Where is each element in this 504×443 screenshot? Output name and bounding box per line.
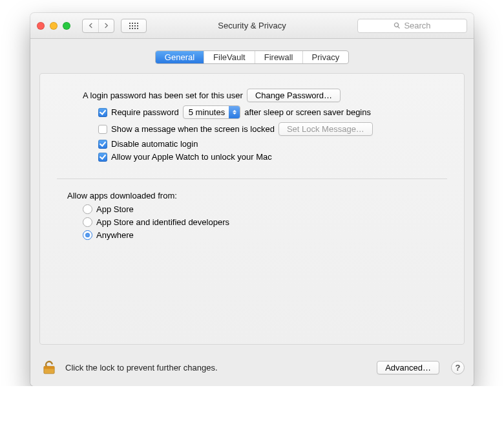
set-lock-message-button[interactable]: Set Lock Message…: [278, 122, 373, 136]
radio-app-store[interactable]: [83, 204, 92, 214]
radio-app-store-label: App Store: [96, 204, 134, 214]
nav-back-forward: [82, 19, 114, 33]
require-password-checkbox[interactable]: [98, 108, 107, 117]
download-option-anywhere-row: Anywhere: [83, 230, 447, 240]
download-option-identified-row: App Store and identified developers: [83, 217, 447, 227]
radio-identified-devs[interactable]: [83, 217, 92, 227]
download-option-appstore-row: App Store: [83, 204, 447, 214]
show-message-row: Show a message when the screen is locked…: [98, 122, 447, 136]
require-password-tail: after sleep or screen saver begins: [244, 107, 371, 117]
preferences-window: Security & Privacy Search General FileVa…: [30, 13, 474, 386]
svg-rect-1: [44, 366, 54, 369]
login-password-row: A login password has been set for this u…: [83, 89, 447, 102]
titlebar: Security & Privacy Search: [30, 13, 474, 39]
lock-open-icon: [41, 359, 58, 376]
radio-identified-devs-label: App Store and identified developers: [96, 217, 229, 227]
traffic-lights: [37, 22, 70, 30]
search-placeholder: Search: [404, 21, 430, 30]
show-message-checkbox[interactable]: [98, 125, 107, 134]
download-section-title: Allow apps downloaded from:: [67, 191, 447, 200]
back-button[interactable]: [83, 19, 98, 32]
tab-firewall[interactable]: Firewall: [255, 51, 302, 63]
section-divider: [57, 178, 447, 179]
tab-privacy[interactable]: Privacy: [302, 51, 349, 63]
advanced-button[interactable]: Advanced…: [377, 361, 439, 374]
require-password-delay-select[interactable]: 5 minutes: [183, 105, 240, 119]
disable-auto-login-row: Disable automatic login: [98, 139, 447, 149]
minimize-button[interactable]: [50, 22, 58, 30]
apple-watch-row: Allow your Apple Watch to unlock your Ma…: [98, 152, 447, 162]
lock-text: Click the lock to prevent further change…: [65, 363, 218, 373]
window-body: General FileVault Firewall Privacy A log…: [30, 39, 474, 386]
search-icon: [394, 22, 401, 29]
radio-anywhere[interactable]: [83, 230, 92, 240]
footer: Click the lock to prevent further change…: [39, 358, 465, 377]
lock-button[interactable]: [39, 358, 59, 377]
zoom-button[interactable]: [63, 22, 70, 30]
login-password-text: A login password has been set for this u…: [83, 91, 243, 100]
tab-row: General FileVault Firewall Privacy: [39, 50, 465, 64]
tab-general[interactable]: General: [156, 51, 204, 63]
disable-auto-login-checkbox[interactable]: [98, 140, 107, 149]
forward-button[interactable]: [98, 19, 114, 32]
tab-filevault[interactable]: FileVault: [204, 51, 255, 63]
disable-auto-login-label: Disable automatic login: [111, 139, 198, 149]
require-password-delay-value: 5 minutes: [189, 107, 225, 117]
apple-watch-checkbox[interactable]: [98, 153, 107, 162]
require-password-label: Require password: [111, 107, 179, 117]
search-field[interactable]: Search: [357, 19, 467, 33]
require-password-row: Require password 5 minutes after sleep o…: [98, 105, 447, 119]
toolbar-nav: [82, 19, 147, 33]
radio-anywhere-label: Anywhere: [96, 230, 134, 240]
help-button[interactable]: ?: [451, 361, 465, 374]
change-password-button[interactable]: Change Password…: [247, 89, 341, 102]
show-all-button[interactable]: [121, 19, 147, 33]
tabbar: General FileVault Firewall Privacy: [155, 50, 349, 64]
show-message-label: Show a message when the screen is locked: [111, 124, 275, 134]
chevron-right-icon: [103, 23, 109, 28]
close-button[interactable]: [37, 22, 45, 30]
grid-icon: [129, 23, 138, 29]
apple-watch-label: Allow your Apple Watch to unlock your Ma…: [111, 152, 272, 162]
stepper-icon: [229, 106, 240, 118]
general-panel: A login password has been set for this u…: [39, 73, 465, 345]
chevron-left-icon: [88, 23, 94, 28]
